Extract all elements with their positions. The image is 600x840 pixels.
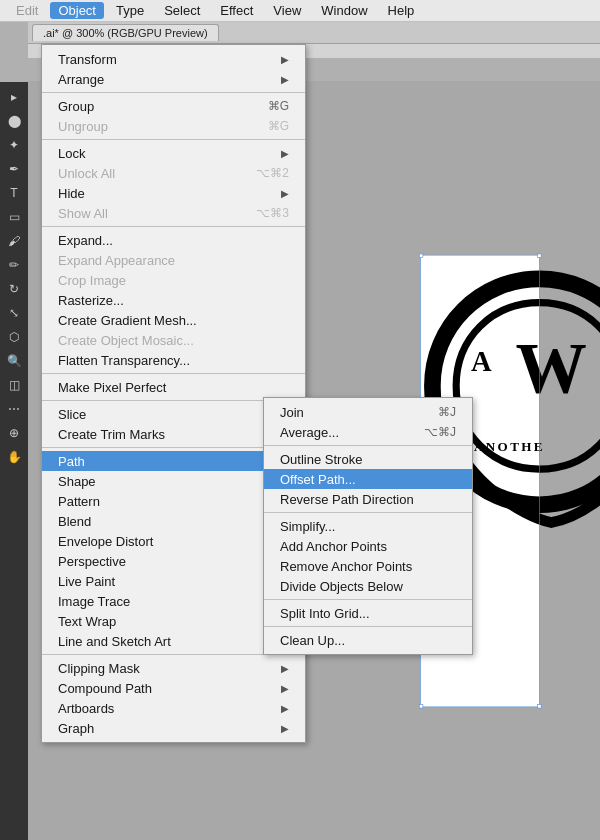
- separator: [264, 445, 472, 446]
- zoom-tool[interactable]: ⊕: [3, 422, 25, 444]
- paintbrush-tool[interactable]: 🖌: [3, 230, 25, 252]
- menu-item-artboards[interactable]: Artboards ▶: [42, 698, 305, 718]
- magic-wand-tool[interactable]: ✦: [3, 134, 25, 156]
- eyedropper-tool[interactable]: 🔍: [3, 350, 25, 372]
- menubar-item-view[interactable]: View: [265, 2, 309, 19]
- separator: [264, 599, 472, 600]
- path-menu-outline-stroke[interactable]: Outline Stroke: [264, 449, 472, 469]
- gradient-tool[interactable]: ◫: [3, 374, 25, 396]
- arrow-icon: ▶: [281, 703, 289, 714]
- menu-item-unlock-all[interactable]: Unlock All ⌥⌘2: [42, 163, 305, 183]
- svg-rect-6: [538, 254, 542, 258]
- menu-item-flatten-transparency[interactable]: Flatten Transparency...: [42, 350, 305, 370]
- menu-item-graph[interactable]: Graph ▶: [42, 718, 305, 738]
- menu-item-compound-path[interactable]: Compound Path ▶: [42, 678, 305, 698]
- menu-item-gradient-mesh[interactable]: Create Gradient Mesh...: [42, 310, 305, 330]
- separator: [264, 626, 472, 627]
- menu-item-expand[interactable]: Expand...: [42, 230, 305, 250]
- scale-tool[interactable]: ⤡: [3, 302, 25, 324]
- menu-item-expand-appearance[interactable]: Expand Appearance: [42, 250, 305, 270]
- menubar-item-edit[interactable]: Edit: [8, 2, 46, 19]
- tab-bar: .ai* @ 300% (RGB/GPU Preview): [28, 22, 600, 44]
- path-menu-simplify[interactable]: Simplify...: [264, 516, 472, 536]
- path-menu-divide-objects[interactable]: Divide Objects Below: [264, 576, 472, 596]
- document-tab[interactable]: .ai* @ 300% (RGB/GPU Preview): [32, 24, 219, 41]
- menu-item-group[interactable]: Group ⌘G: [42, 96, 305, 116]
- path-menu-offset-path[interactable]: Offset Path...: [264, 469, 472, 489]
- menubar-item-effect[interactable]: Effect: [212, 2, 261, 19]
- arrow-icon: ▶: [281, 54, 289, 65]
- separator: [264, 512, 472, 513]
- arrow-icon: ▶: [281, 723, 289, 734]
- blend-tool[interactable]: ⬡: [3, 326, 25, 348]
- menu-item-clipping-mask[interactable]: Clipping Mask ▶: [42, 658, 305, 678]
- svg-text:A: A: [471, 346, 492, 377]
- svg-text:W: W: [516, 328, 587, 407]
- selection-tool[interactable]: ▸: [3, 86, 25, 108]
- type-tool[interactable]: T: [3, 182, 25, 204]
- svg-rect-8: [538, 704, 542, 708]
- toolbar: ▸ ⬤ ✦ ✒ T ▭ 🖌 ✏ ↻ ⤡ ⬡ 🔍 ◫ ⋯ ⊕ ✋: [0, 82, 28, 840]
- svg-rect-7: [419, 704, 423, 708]
- mesh-tool[interactable]: ⋯: [3, 398, 25, 420]
- menu-item-transform[interactable]: Transform ▶: [42, 49, 305, 69]
- menu-item-crop-image[interactable]: Crop Image: [42, 270, 305, 290]
- direct-select-tool[interactable]: ⬤: [3, 110, 25, 132]
- menu-item-object-mosaic[interactable]: Create Object Mosaic...: [42, 330, 305, 350]
- arrow-icon: ▶: [281, 74, 289, 85]
- arrow-icon: ▶: [281, 663, 289, 674]
- menu-item-hide[interactable]: Hide ▶: [42, 183, 305, 203]
- path-menu-join[interactable]: Join ⌘J: [264, 402, 472, 422]
- menu-item-show-all[interactable]: Show All ⌥⌘3: [42, 203, 305, 223]
- menu-item-arrange[interactable]: Arrange ▶: [42, 69, 305, 89]
- pencil-tool[interactable]: ✏: [3, 254, 25, 276]
- menu-item-make-pixel-perfect[interactable]: Make Pixel Perfect: [42, 377, 305, 397]
- separator: [42, 226, 305, 227]
- menu-item-rasterize[interactable]: Rasterize...: [42, 290, 305, 310]
- path-menu-remove-anchor[interactable]: Remove Anchor Points: [264, 556, 472, 576]
- separator: [42, 92, 305, 93]
- path-menu-split-grid[interactable]: Split Into Grid...: [264, 603, 472, 623]
- path-menu-add-anchor[interactable]: Add Anchor Points: [264, 536, 472, 556]
- path-menu-average[interactable]: Average... ⌥⌘J: [264, 422, 472, 442]
- rectangle-tool[interactable]: ▭: [3, 206, 25, 228]
- rotate-tool[interactable]: ↻: [3, 278, 25, 300]
- menubar-item-object[interactable]: Object: [50, 2, 104, 19]
- hand-tool[interactable]: ✋: [3, 446, 25, 468]
- pen-tool[interactable]: ✒: [3, 158, 25, 180]
- path-menu-reverse-path[interactable]: Reverse Path Direction: [264, 489, 472, 509]
- separator: [42, 373, 305, 374]
- path-submenu: Join ⌘J Average... ⌥⌘J Outline Stroke Of…: [263, 397, 473, 655]
- menu-item-lock[interactable]: Lock ▶: [42, 143, 305, 163]
- menubar-item-help[interactable]: Help: [380, 2, 423, 19]
- path-menu-clean-up[interactable]: Clean Up...: [264, 630, 472, 650]
- svg-text:ANOTHE: ANOTHE: [474, 439, 545, 454]
- menubar-item-select[interactable]: Select: [156, 2, 208, 19]
- menubar: Edit Object Type Select Effect View Wind…: [0, 0, 600, 22]
- arrow-icon: ▶: [281, 188, 289, 199]
- menubar-item-window[interactable]: Window: [313, 2, 375, 19]
- menubar-item-type[interactable]: Type: [108, 2, 152, 19]
- menu-item-ungroup[interactable]: Ungroup ⌘G: [42, 116, 305, 136]
- separator: [42, 139, 305, 140]
- arrow-icon: ▶: [281, 148, 289, 159]
- app-area: ▸ ⬤ ✦ ✒ T ▭ 🖌 ✏ ↻ ⤡ ⬡ 🔍 ◫ ⋯ ⊕ ✋ .ai* @ 3…: [0, 22, 600, 840]
- arrow-icon: ▶: [281, 683, 289, 694]
- svg-rect-5: [419, 254, 423, 258]
